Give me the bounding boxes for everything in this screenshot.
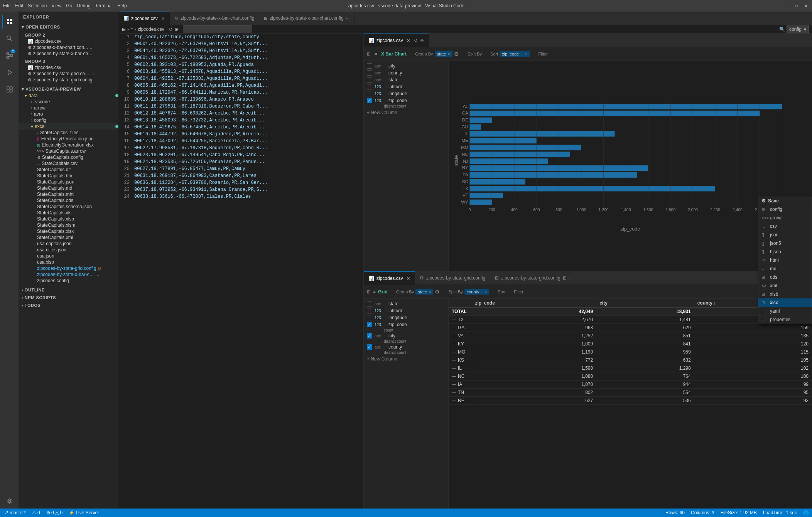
- bc-config-select-area[interactable]: 🔍 config ▾: [779, 25, 809, 34]
- sidebar-statecapitals-xlsm[interactable]: StateCapitals.xlsm: [19, 222, 118, 228]
- dropdown-item-ods[interactable]: ⊞ods: [758, 273, 812, 281]
- sidebar-statecapitals-files[interactable]: › StateCapitals_files: [19, 130, 118, 136]
- config-dropdown-top[interactable]: config ▾: [787, 25, 809, 34]
- menu-go[interactable]: Go: [66, 3, 72, 8]
- sidebar-item-state-bar-chart-config[interactable]: ⚙ zipcodes-by-state-x-bar-chart.config: [19, 51, 118, 57]
- menu-selection[interactable]: Selection: [28, 3, 47, 8]
- grid-col-latitude-check[interactable]: [367, 308, 372, 313]
- vscode-data-preview-header[interactable]: ▾ VSCODE-DATA-PREVIEW: [19, 84, 118, 93]
- dropdown-item-xml[interactable]: <>xml: [758, 281, 812, 290]
- csv-content[interactable]: 1zip_code,latitude,longitude,city,state,…: [119, 34, 363, 509]
- grid-col-state-check[interactable]: [367, 301, 372, 306]
- status-errors[interactable]: ⚠ 0: [32, 510, 40, 515]
- col-header-zipcode[interactable]: zip_code: [472, 299, 596, 308]
- status-loadtime[interactable]: LoadTime: 1 sec: [763, 510, 797, 515]
- close-button[interactable]: ✕: [803, 3, 809, 9]
- dropdown-item-arrow[interactable]: >>>arrow: [758, 214, 812, 222]
- todos-header[interactable]: › TODOS: [19, 301, 118, 308]
- status-warnings[interactable]: ⊛ 0 △ 0: [46, 510, 62, 515]
- dropdown-item-xlsx[interactable]: ⊞xlsx: [758, 298, 812, 307]
- sidebar-statecapitals-json[interactable]: StateCapitals.json: [19, 179, 118, 185]
- grid-table-area[interactable]: zip_code city county ↓ TOTAL42,04918,931…: [449, 299, 812, 509]
- menu-terminal[interactable]: Terminal: [95, 3, 113, 8]
- col-header-state[interactable]: [449, 299, 472, 308]
- sidebar-data-folder[interactable]: ▾ data: [19, 93, 118, 99]
- chart-tab-refresh[interactable]: ↺: [414, 38, 418, 43]
- sidebar-excel-folder[interactable]: ▾ excel: [19, 123, 118, 130]
- menu-debug[interactable]: Debug: [77, 3, 90, 8]
- grid-tab-csv[interactable]: 📊 zipcodes.csv ×: [364, 271, 415, 285]
- window-controls[interactable]: ─ □ ✕: [784, 3, 809, 9]
- grid-split-icon[interactable]: ⊞: [563, 275, 567, 281]
- sidebar-usa-xlsb[interactable]: usa.xlsb: [19, 259, 118, 265]
- grid-col-city[interactable]: ✓ abc city: [364, 332, 448, 339]
- sidebar-item-zipcodes-csv-g3[interactable]: 📊 zipcodes.csv: [19, 64, 118, 71]
- sidebar-item-grid-config[interactable]: ⚙ zipcodes-by-state-grid.config: [19, 77, 118, 83]
- dropdown-item-csv[interactable]: ...csv: [758, 222, 812, 231]
- dropdown-item-config[interactable]: ⚙config: [758, 205, 812, 214]
- minimize-button[interactable]: ─: [784, 3, 790, 9]
- sidebar-statecapitals-md[interactable]: StateCapitals.md: [19, 185, 118, 191]
- maximize-button[interactable]: □: [793, 3, 800, 9]
- chart-col-city[interactable]: abc city: [364, 62, 448, 69]
- chart-col-county[interactable]: abc county: [364, 69, 448, 76]
- status-language[interactable]: 🌐: [803, 510, 809, 515]
- chart-col-longitude[interactable]: 123 longitude: [364, 90, 448, 97]
- sidebar-usa-json[interactable]: usa.json: [19, 253, 118, 259]
- activity-extensions[interactable]: [2, 83, 16, 96]
- grid-tab-config1[interactable]: ⚙ zipcodes-by-state-grid.config: [415, 271, 490, 285]
- grid-col-longitude[interactable]: 123 longitude: [364, 314, 448, 321]
- dropdown-item-json[interactable]: {}json: [758, 231, 812, 239]
- format-dropdown-menu[interactable]: ⚙Save⚙config>>>arrow...csv{}json{}json5{…: [758, 197, 812, 324]
- open-editors-header[interactable]: ▾ OPEN EDITORS: [19, 22, 118, 30]
- chart-sort-tag[interactable]: zip_code ─ ×: [500, 51, 530, 57]
- npm-scripts-header[interactable]: › NPM SCRIPTS: [19, 293, 118, 301]
- grid-more-icon[interactable]: ···: [568, 275, 572, 281]
- sidebar-arrow-folder[interactable]: › arrow: [19, 105, 118, 111]
- sidebar-statecapitals-xls[interactable]: StateCapitals.xls: [19, 210, 118, 216]
- chart-new-column-btn[interactable]: + New Column: [364, 108, 448, 117]
- grid-col-latitude[interactable]: 123 latitude: [364, 307, 448, 314]
- chart-col-longitude-check[interactable]: [367, 91, 372, 96]
- grid-tab-close[interactable]: ×: [407, 275, 410, 281]
- chart-col-latitude[interactable]: 123 latitude: [364, 83, 448, 90]
- sidebar-vscode-folder[interactable]: › .vscode: [19, 99, 118, 105]
- sidebar-electricity-xlsx[interactable]: ⊞ ElectricityGeneration.xlsx: [19, 142, 118, 148]
- sidebar-statecapitals-config[interactable]: ⚙ StateCapitals.config: [19, 154, 118, 160]
- grid-col-city-check[interactable]: ✓: [367, 333, 372, 338]
- sidebar-config-folder[interactable]: › config: [19, 117, 118, 123]
- bc-upload[interactable]: ⊕: [174, 27, 178, 32]
- status-rows[interactable]: Rows: 60: [665, 510, 685, 515]
- menu-file[interactable]: File: [3, 3, 10, 8]
- sidebar-statecapitals-xlsx[interactable]: StateCapitals.xlsx: [19, 228, 118, 234]
- sidebar-item-bar-chart-config[interactable]: ⚙ zipcodes-x-bar-chart.con... U: [19, 44, 118, 51]
- menu-edit[interactable]: Edit: [15, 3, 23, 8]
- grid-col-county[interactable]: ✓ abc county: [364, 344, 448, 350]
- status-filesize[interactable]: FileSize: 1.92 MB: [721, 510, 757, 515]
- outline-header[interactable]: › OUTLINE: [19, 285, 118, 293]
- tab-zipcodes-csv[interactable]: 📊 zipcodes.csv ×: [119, 12, 170, 25]
- status-live-server[interactable]: ⚡ Live Server: [69, 510, 99, 515]
- dropdown-item-yaml[interactable]: |yaml: [758, 307, 812, 315]
- sidebar-zipcodes-bar-config2[interactable]: zipcodes-by-state-x-bar-chart.con... U: [19, 271, 118, 278]
- tab-close-btn[interactable]: ×: [162, 15, 165, 22]
- chart-group-by-filter-icon[interactable]: ⚙: [454, 51, 459, 57]
- grid-new-column-btn[interactable]: + New Column: [364, 355, 448, 363]
- col-header-city[interactable]: city: [596, 299, 694, 308]
- sidebar-zipcodes-grid-config[interactable]: zipcodes-by-state-grid.config U: [19, 265, 118, 271]
- menu-help[interactable]: Help: [117, 3, 127, 8]
- chart-col-state-check[interactable]: [367, 77, 372, 83]
- activity-explorer[interactable]: [2, 15, 16, 29]
- grid-col-zipcode[interactable]: ✓ 123 zip_code: [364, 321, 448, 328]
- grid-col-state[interactable]: abc state: [364, 300, 448, 307]
- grid-tab-config2[interactable]: ⊞ zipcodes-by-state-grid.config ⊞ ···: [490, 271, 577, 285]
- chart-tab-csv[interactable]: 📊 zipcodes.csv × ↺ ⊕: [364, 34, 429, 47]
- grid-group-by-filter-icon[interactable]: ⚙: [435, 289, 440, 295]
- tab-bar-chart-config2[interactable]: ⊞ zipcodes-by-state-x-bar-chart.config ·…: [259, 12, 355, 25]
- chart-tab-close[interactable]: ×: [407, 37, 410, 44]
- status-branch[interactable]: ⎇ master*: [3, 510, 26, 515]
- sidebar-zipcodes-config[interactable]: zipcodes.config: [19, 278, 118, 284]
- dropdown-item-json5[interactable]: {}json5: [758, 239, 812, 248]
- bc-data[interactable]: zipcodes.csv: [138, 27, 164, 32]
- grid-split-by-remove[interactable]: ×: [484, 290, 487, 294]
